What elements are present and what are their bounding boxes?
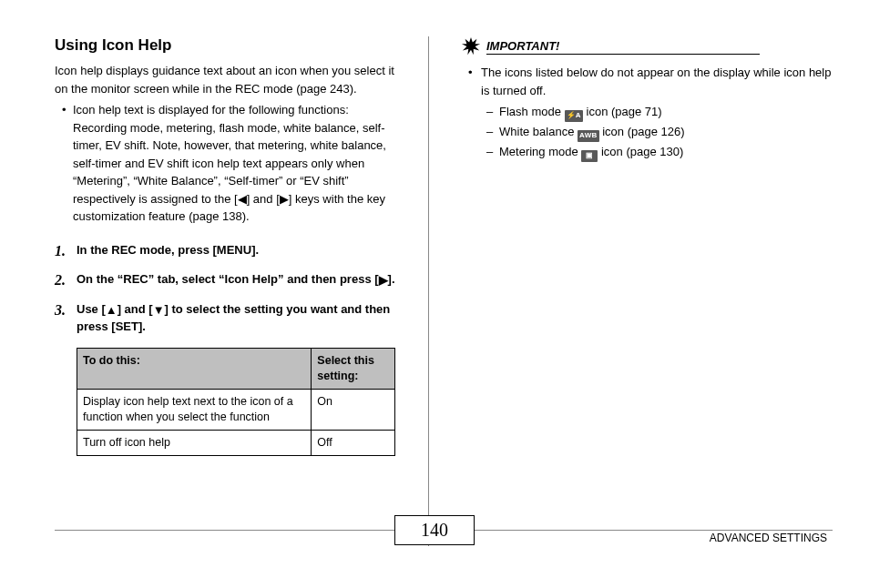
dash-text: Flash mode bbox=[499, 105, 565, 118]
table-header: To do this: bbox=[77, 349, 312, 390]
white-balance-icon: AWB bbox=[578, 130, 599, 142]
step-number: 3. bbox=[55, 300, 66, 320]
table-row: Display icon help text next to the icon … bbox=[77, 390, 395, 431]
table-cell: On bbox=[312, 390, 395, 431]
table-cell: Turn off icon help bbox=[77, 430, 312, 455]
step-text: ]. bbox=[388, 272, 395, 286]
up-arrow-icon: ▲ bbox=[106, 302, 118, 319]
step-3: 3. Use [▲] and [▼] to select the setting… bbox=[55, 301, 405, 335]
table-header-row: To do this: Select this setting: bbox=[77, 349, 395, 390]
table-cell: Display icon help text next to the icon … bbox=[77, 390, 312, 431]
step-text: ] and [ bbox=[118, 302, 153, 316]
metering-mode-icon: ▣ bbox=[581, 150, 598, 162]
down-arrow-icon: ▼ bbox=[153, 302, 165, 319]
section-label: ADVANCED SETTINGS bbox=[710, 532, 827, 544]
step-text: On the “REC” tab, select “Icon Help” and… bbox=[77, 272, 379, 286]
step-text: Use [ bbox=[77, 302, 106, 316]
right-bullet-list: The icons listed below do not appear on … bbox=[461, 64, 833, 163]
intro-text: Icon help displays guidance text about a… bbox=[55, 62, 405, 97]
page-title: Using Icon Help bbox=[55, 36, 405, 55]
right-arrow-icon: ▶ bbox=[379, 272, 388, 289]
dash-text: icon (page 126) bbox=[599, 125, 685, 138]
right-column: IMPORTANT! The icons listed below do not… bbox=[429, 36, 833, 524]
flash-mode-icon: ⚡A bbox=[565, 110, 583, 122]
left-column: Using Icon Help Icon help displays guida… bbox=[55, 36, 428, 524]
settings-table: To do this: Select this setting: Display… bbox=[77, 348, 395, 455]
right-bullet-item: The icons listed below do not appear on … bbox=[468, 64, 833, 163]
dash-list: Flash mode ⚡A icon (page 71) White balan… bbox=[481, 102, 833, 162]
bullet-text: The icons listed below do not appear on … bbox=[481, 66, 831, 97]
step-1: 1. In the REC mode, press [MENU]. bbox=[55, 242, 405, 259]
step-text: In the REC mode, press [MENU]. bbox=[77, 243, 259, 257]
table-header: Select this setting: bbox=[312, 349, 395, 390]
dash-item: Metering mode ▣ icon (page 130) bbox=[486, 142, 833, 162]
dash-text: Metering mode bbox=[499, 145, 581, 158]
table-row: Turn off icon help Off bbox=[77, 430, 395, 455]
svg-marker-0 bbox=[462, 37, 480, 55]
table-cell: Off bbox=[312, 430, 395, 455]
dash-text: White balance bbox=[499, 125, 578, 138]
starburst-icon bbox=[461, 36, 481, 56]
step-number: 2. bbox=[55, 270, 66, 290]
dash-text: icon (page 130) bbox=[598, 145, 683, 158]
manual-page: Using Icon Help Icon help displays guida… bbox=[0, 0, 869, 524]
dash-item: White balance AWB icon (page 126) bbox=[486, 122, 833, 142]
step-2: 2. On the “REC” tab, select “Icon Help” … bbox=[55, 271, 405, 289]
dash-text: icon (page 71) bbox=[583, 105, 662, 118]
bullet-list: Icon help text is displayed for the foll… bbox=[55, 101, 405, 226]
bullet-item: Icon help text is displayed for the foll… bbox=[62, 101, 405, 226]
dash-item: Flash mode ⚡A icon (page 71) bbox=[486, 102, 833, 122]
steps-list: 1. In the REC mode, press [MENU]. 2. On … bbox=[55, 242, 405, 336]
page-footer: 140 ADVANCED SETTINGS bbox=[0, 530, 869, 581]
important-heading: IMPORTANT! bbox=[461, 36, 833, 56]
step-number: 1. bbox=[55, 241, 66, 261]
page-number: 140 bbox=[394, 515, 475, 545]
important-label: IMPORTANT! bbox=[486, 39, 760, 55]
